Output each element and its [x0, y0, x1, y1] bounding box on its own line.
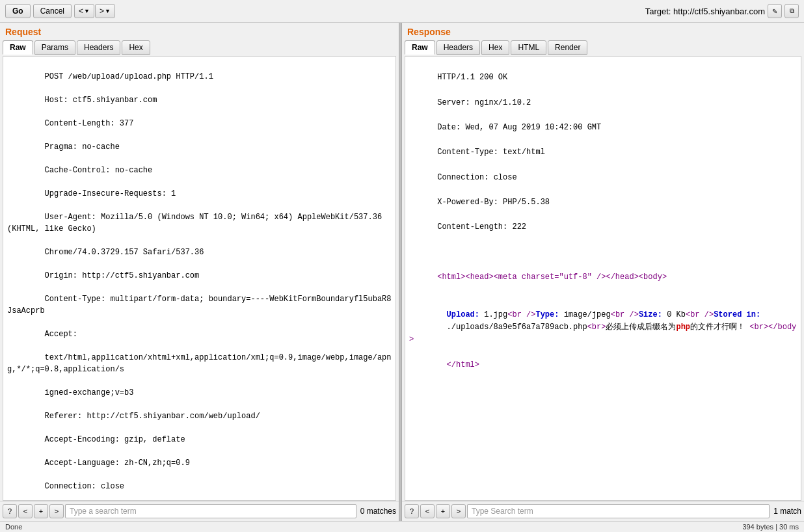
main-toolbar: Go Cancel < ▼ > ▼ Target: http://ctf5.sh…	[0, 0, 804, 23]
nav-forward-dropdown: ▼	[105, 8, 111, 14]
request-line-10: Content-Type: multipart/form-data; bound…	[7, 295, 392, 315]
response-powered-by: X-Powered-By: PHP/5.5.38	[437, 198, 550, 207]
tab-response-hex[interactable]: Hex	[481, 40, 509, 55]
request-search-add-button[interactable]: +	[34, 504, 48, 518]
tab-request-headers[interactable]: Headers	[77, 40, 120, 55]
resp-br3: <br />	[686, 310, 714, 319]
resp-size-val: 0 Kb	[667, 310, 686, 319]
request-search-help-button[interactable]: ?	[3, 504, 17, 518]
response-html-open: <html><head><meta charset="utf-8" /></he…	[437, 273, 667, 282]
tab-response-html[interactable]: HTML	[511, 40, 546, 55]
response-search-input[interactable]	[467, 504, 770, 518]
resp-chinese-text2: 的文件才行啊！	[690, 323, 749, 332]
resp-chinese-text: 必须上传成后缀名为	[606, 323, 676, 332]
request-search-count: 0 matches	[360, 507, 396, 516]
main-content: Request Raw Params Headers Hex POST /web…	[0, 23, 804, 521]
request-line-13: igned-exchange;v=b3	[45, 388, 134, 397]
tab-request-raw[interactable]: Raw	[3, 40, 33, 55]
response-tabs: Raw Headers Hex HTML Render	[402, 40, 804, 55]
request-line-15: Accept-Encoding: gzip, deflate	[45, 435, 185, 444]
tab-request-hex[interactable]: Hex	[122, 40, 150, 55]
cancel-button[interactable]: Cancel	[33, 4, 72, 18]
target-label: Target: http://ctf5.shiyanbar.com	[645, 7, 765, 16]
tab-response-headers[interactable]: Headers	[436, 40, 480, 55]
status-right: 394 bytes | 30 ms	[742, 523, 799, 531]
request-line-12: text/html,application/xhtml+xml,applicat…	[7, 353, 392, 374]
request-line-11: Accept:	[45, 330, 77, 339]
request-line-14: Referer: http://ctf5.shiyanbar.com/web/u…	[45, 412, 260, 421]
request-line-17: Connection: close	[45, 482, 124, 491]
response-panel: Response Raw Headers Hex HTML Render HTT…	[402, 23, 804, 521]
response-search-prev-button[interactable]: <	[420, 504, 435, 518]
nav-back-button[interactable]: < ▼	[74, 4, 94, 18]
response-search-next-button[interactable]: >	[451, 504, 466, 518]
resp-php-highlight: php	[676, 323, 690, 332]
toolbar-right: Target: http://ctf5.shiyanbar.com ✎ ⧉	[645, 4, 799, 18]
response-status: HTTP/1.1 200 OK	[437, 73, 507, 82]
request-line-8: Chrome/74.0.3729.157 Safari/537.36	[45, 248, 204, 257]
request-search-prev-button[interactable]: <	[18, 504, 33, 518]
nav-back-arrow: <	[79, 7, 83, 16]
response-search-count: 1 match	[773, 507, 801, 516]
request-search-input[interactable]	[65, 504, 356, 518]
request-search-next-button[interactable]: >	[49, 504, 64, 518]
request-title: Request	[5, 27, 41, 37]
response-title: Response	[407, 27, 451, 37]
status-left: Done	[5, 523, 22, 531]
resp-br1: <br />	[507, 310, 535, 319]
resp-type-label: Type:	[535, 310, 563, 319]
resp-br5: <br>	[749, 323, 768, 332]
request-content-area[interactable]: POST /web/upload/upload.php HTTP/1.1 Hos…	[3, 56, 396, 501]
go-button[interactable]: Go	[5, 4, 31, 18]
resp-stored-label: Stored in:	[714, 310, 760, 319]
request-line-3: Content-Length: 377	[45, 119, 134, 128]
tab-request-params[interactable]: Params	[34, 40, 75, 55]
edit-target-button[interactable]: ✎	[768, 4, 782, 18]
nav-back-dropdown: ▼	[84, 8, 90, 14]
request-tabs: Raw Params Headers Hex	[0, 40, 399, 55]
response-panel-header: Response	[402, 23, 804, 40]
tab-response-render[interactable]: Render	[548, 40, 587, 55]
resp-html-close: </html>	[447, 360, 479, 369]
response-content-length: Content-Length: 222	[437, 222, 526, 232]
request-search-bar: ? < + > 0 matches	[0, 501, 399, 521]
response-date: Date: Wed, 07 Aug 2019 10:42:00 GMT	[437, 123, 601, 132]
copy-target-button[interactable]: ⧉	[784, 4, 799, 18]
nav-forward-arrow: >	[100, 7, 104, 16]
response-content-area[interactable]: HTTP/1.1 200 OK Server: nginx/1.10.2 Dat…	[405, 56, 801, 501]
request-line-5: Cache-Control: no-cache	[45, 166, 153, 175]
response-search-help-button[interactable]: ?	[405, 504, 419, 518]
response-content-type: Content-Type: text/html	[437, 148, 545, 157]
request-panel: Request Raw Params Headers Hex POST /web…	[0, 23, 402, 521]
response-body: Upload: 1.jpg<br />Type: image/jpeg<br /…	[409, 310, 796, 382]
response-connection: Connection: close	[437, 173, 516, 182]
response-server: Server: nginx/1.10.2	[437, 98, 531, 107]
response-search-bar: ? < + > 1 match	[402, 501, 804, 521]
request-line-16: Accept-Language: zh-CN,zh;q=0.9	[45, 459, 190, 468]
request-line-1: POST /web/upload/upload.php HTTP/1.1	[45, 72, 213, 81]
resp-br2: <br />	[611, 310, 639, 319]
request-line-7: User-Agent: Mozilla/5.0 (Windows NT 10.0…	[7, 213, 386, 233]
resp-filename: 1.jpg	[484, 310, 507, 319]
status-bar: Done 394 bytes | 30 ms	[0, 521, 804, 532]
resp-size-label: Size:	[639, 310, 667, 319]
resp-type-val: image/jpeg	[564, 310, 611, 319]
request-line-4: Pragma: no-cache	[45, 142, 120, 152]
resp-br4: <br>	[587, 323, 606, 332]
request-line-2: Host: ctf5.shiyanbar.com	[45, 96, 157, 105]
request-panel-header: Request	[0, 23, 399, 40]
request-line-9: Origin: http://ctf5.shiyanbar.com	[45, 271, 200, 280]
response-bold-text: Upload:	[447, 310, 485, 319]
tab-response-raw[interactable]: Raw	[405, 40, 435, 55]
response-search-add-button[interactable]: +	[436, 504, 450, 518]
nav-forward-button[interactable]: > ▼	[95, 4, 115, 18]
resp-stored-path: ./uploads/8a9e5f6a7a789acb.php	[447, 323, 587, 332]
request-line-6: Upgrade-Insecure-Requests: 1	[45, 189, 176, 198]
